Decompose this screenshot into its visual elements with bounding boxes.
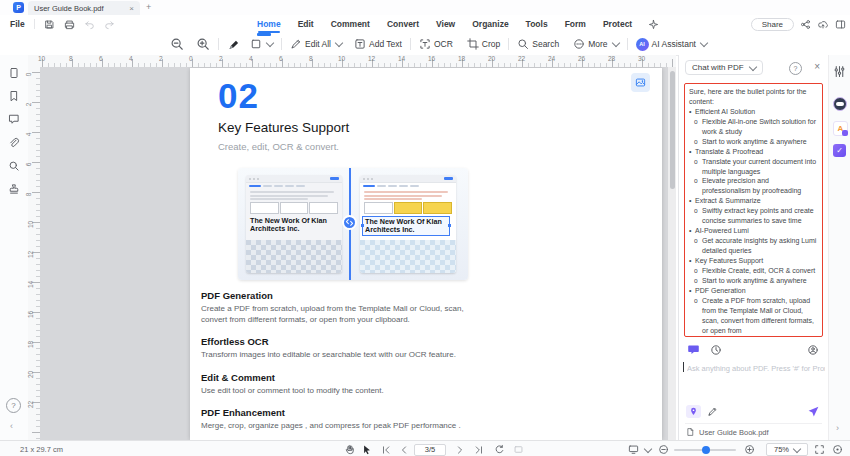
- save-icon[interactable]: [44, 19, 55, 30]
- search-panel-icon[interactable]: [7, 159, 21, 173]
- right-tool-strip: A ✓ ›: [828, 55, 850, 440]
- view-mode-icon[interactable]: [628, 444, 639, 455]
- scrollbar-thumb[interactable]: [670, 71, 675, 189]
- menu-tools[interactable]: Tools: [525, 17, 549, 31]
- ruler-number: 10: [27, 221, 34, 228]
- panel-settings-icon[interactable]: [833, 65, 846, 78]
- actual-size-icon[interactable]: [832, 444, 843, 455]
- pdf-editor-window: P User Guide Book.pdf × + File Home Edit…: [0, 0, 850, 456]
- expand-panel-icon[interactable]: ›: [836, 423, 839, 433]
- redo-icon[interactable]: [104, 19, 115, 30]
- first-page-icon[interactable]: [380, 444, 391, 455]
- hand-tool-icon[interactable]: [344, 444, 355, 455]
- zoom-slider-thumb[interactable]: [702, 446, 710, 454]
- chat-help-icon[interactable]: ?: [789, 62, 802, 75]
- ai-robot-icon[interactable]: [833, 97, 847, 111]
- document-canvas[interactable]: 02 Key Features Support Create, edit, OC…: [40, 67, 668, 440]
- attached-file[interactable]: User Guide Book.pdf: [686, 427, 769, 437]
- zoom-out-icon[interactable]: [170, 37, 184, 51]
- highlighter-icon[interactable]: [227, 38, 240, 51]
- attachment-icon[interactable]: [7, 136, 21, 150]
- print-icon[interactable]: [64, 19, 75, 30]
- edit-all-button[interactable]: Edit All: [290, 38, 342, 50]
- pin-context-chip[interactable]: [686, 405, 701, 418]
- text-box-icon: [354, 38, 366, 50]
- ruler-number: 4: [249, 55, 253, 62]
- highlight-color-swatch[interactable]: [257, 33, 271, 36]
- ruler-number: 20: [27, 371, 34, 378]
- ruler-number: 2: [219, 55, 223, 62]
- ruler-number: 22: [518, 55, 525, 62]
- account-icon[interactable]: [807, 344, 819, 356]
- tab-close-icon[interactable]: ×: [129, 4, 134, 13]
- zoom-level-dropdown[interactable]: 75%: [766, 443, 808, 456]
- rotate-page-icon[interactable]: [494, 444, 505, 455]
- menu-view[interactable]: View: [435, 17, 456, 31]
- bullet-title: Efficient AI Solution: [689, 107, 818, 117]
- ruler-number: 0: [25, 73, 32, 77]
- menu-protect[interactable]: Protect: [602, 17, 633, 31]
- file-icon: [686, 427, 695, 437]
- ruler-number: 0: [189, 55, 193, 62]
- chevron-down-icon[interactable]: [644, 445, 652, 453]
- share-nodes-icon[interactable]: [800, 19, 811, 30]
- history-icon[interactable]: [710, 344, 722, 356]
- menu-form[interactable]: Form: [564, 17, 587, 31]
- zoom-in-icon[interactable]: [196, 37, 210, 51]
- more-button[interactable]: More: [573, 38, 618, 50]
- chat-bubble-icon[interactable]: [687, 343, 700, 356]
- menu-convert[interactable]: Convert: [386, 17, 420, 31]
- ocr-button[interactable]: OCR: [419, 38, 453, 50]
- crop-button[interactable]: Crop: [467, 38, 500, 50]
- help-icon[interactable]: ?: [6, 398, 21, 413]
- ruler-number: 2: [159, 55, 163, 62]
- fit-screen-icon[interactable]: [814, 444, 825, 455]
- menu-comment[interactable]: Comment: [330, 17, 371, 31]
- comment-icon[interactable]: [7, 112, 21, 126]
- share-button[interactable]: Share: [751, 18, 794, 31]
- bullet-item: Elevate precision and professionalism by…: [689, 176, 818, 196]
- bookmark-icon[interactable]: [7, 89, 21, 103]
- menu-home[interactable]: Home: [256, 17, 282, 31]
- cloud-upload-icon[interactable]: [817, 19, 829, 30]
- add-text-button[interactable]: Add Text: [354, 38, 402, 50]
- undo-icon[interactable]: [84, 19, 95, 30]
- snapshot-icon[interactable]: [513, 444, 524, 455]
- translate-icon[interactable]: A: [833, 121, 848, 136]
- selected-text-box: The New Work Of Klan Architects Inc.: [362, 216, 450, 237]
- collapse-sidebar-icon[interactable]: ‹: [10, 421, 13, 431]
- file-menu[interactable]: File: [10, 19, 25, 29]
- document-scrollbar[interactable]: [668, 67, 676, 440]
- page-thumbnails-icon[interactable]: [7, 66, 21, 80]
- zoom-level-value: 75%: [774, 445, 789, 454]
- page-size-label: 21 x 29.7 cm: [20, 445, 63, 454]
- brush-icon[interactable]: [707, 406, 718, 417]
- main-menus: Home Edit Comment Convert View Organize …: [256, 15, 659, 33]
- chat-input[interactable]: [685, 363, 827, 374]
- pdf-page[interactable]: 02 Key Features Support Create, edit, OC…: [190, 68, 662, 440]
- page-indicator-input[interactable]: 3/5: [414, 444, 446, 456]
- pencil-icon: [290, 38, 302, 50]
- menu-edit[interactable]: Edit: [297, 17, 315, 31]
- ai-assistant-button[interactable]: AI AI Assistant: [636, 38, 707, 51]
- zoom-in-status-icon[interactable]: [744, 444, 755, 455]
- panel-toggle-icon[interactable]: [835, 19, 846, 30]
- document-tab[interactable]: User Guide Book.pdf ×: [28, 1, 140, 15]
- stamp-icon[interactable]: [7, 182, 21, 196]
- screenshot-tool-button[interactable]: [631, 73, 650, 92]
- select-tool-icon[interactable]: [361, 444, 372, 455]
- sparkle-icon[interactable]: [648, 19, 659, 30]
- chat-close-icon[interactable]: ×: [814, 61, 820, 72]
- search-button[interactable]: Search: [517, 38, 559, 50]
- tasks-icon[interactable]: ✓: [833, 144, 846, 157]
- shape-tool[interactable]: [250, 38, 273, 50]
- next-page-icon[interactable]: [454, 444, 465, 455]
- zoom-out-status-icon[interactable]: [658, 444, 669, 455]
- chat-mode-dropdown[interactable]: Chat with PDF: [685, 60, 763, 75]
- ruler-number: 16: [27, 311, 34, 318]
- previous-page-icon[interactable]: [398, 444, 409, 455]
- send-icon[interactable]: [807, 405, 820, 418]
- menu-organize[interactable]: Organize: [471, 17, 509, 31]
- last-page-icon[interactable]: [473, 444, 484, 455]
- new-tab-button[interactable]: +: [146, 2, 151, 12]
